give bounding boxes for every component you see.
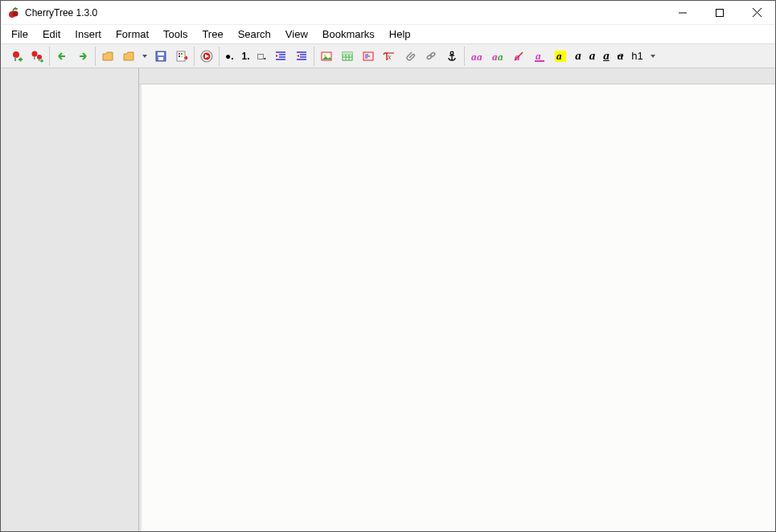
svg-point-1 <box>13 10 18 16</box>
open-folder-dropdown-button[interactable] <box>120 47 138 65</box>
app-icon <box>7 6 20 19</box>
svg-rect-22 <box>181 53 183 55</box>
insert-anchor-button[interactable] <box>443 47 461 65</box>
heading-dropdown-arrow-icon[interactable] <box>649 47 657 65</box>
main-panel <box>139 68 775 531</box>
svg-text:a: a <box>477 51 482 63</box>
insert-equation-button[interactable]: x <box>380 47 398 65</box>
background-color-button[interactable]: a <box>552 47 569 65</box>
paste-format-button[interactable]: aa <box>489 47 507 65</box>
insert-table-button[interactable] <box>339 47 356 65</box>
svg-rect-42 <box>343 52 352 55</box>
svg-text:a: a <box>498 51 503 63</box>
title-bar: CherryTree 1.3.0 <box>1 1 775 25</box>
svg-rect-12 <box>34 56 35 59</box>
menu-insert[interactable]: Insert <box>68 26 109 43</box>
italic-button[interactable]: a <box>587 47 598 65</box>
menu-edit[interactable]: Edit <box>35 26 68 43</box>
menu-bar: File Edit Insert Format Tools Tree Searc… <box>1 25 775 44</box>
menu-file[interactable]: File <box>4 26 35 43</box>
svg-rect-61 <box>535 60 544 62</box>
svg-text:a: a <box>556 50 562 62</box>
svg-rect-10 <box>20 57 22 61</box>
insert-image-button[interactable] <box>318 47 335 65</box>
svg-rect-8 <box>14 57 16 61</box>
add-subnode-button[interactable] <box>28 47 46 65</box>
svg-text:a: a <box>492 51 498 63</box>
svg-rect-18 <box>158 52 164 55</box>
window-controls <box>664 1 775 24</box>
add-node-button[interactable] <box>7 47 25 65</box>
copy-format-button[interactable]: aa <box>468 47 486 65</box>
svg-rect-4 <box>716 9 724 16</box>
editor-header <box>139 68 775 84</box>
heading-button[interactable]: h1 <box>629 47 645 65</box>
strikethrough-button[interactable]: a <box>615 47 626 65</box>
save-button[interactable] <box>152 47 170 65</box>
svg-rect-19 <box>158 57 163 60</box>
insert-file-button[interactable] <box>401 47 419 65</box>
open-folder-button[interactable] <box>99 47 117 65</box>
maximize-button[interactable] <box>701 1 738 24</box>
menu-help[interactable]: Help <box>382 26 418 43</box>
svg-rect-21 <box>179 53 180 55</box>
back-button[interactable] <box>53 47 71 65</box>
export-button[interactable] <box>173 47 191 65</box>
tree-sidebar[interactable] <box>1 68 139 531</box>
menu-format[interactable]: Format <box>109 26 156 43</box>
menu-view[interactable]: View <box>278 26 315 43</box>
insert-link-button[interactable] <box>422 47 440 65</box>
svg-text:a: a <box>536 50 541 62</box>
svg-point-50 <box>430 51 436 57</box>
bold-button[interactable]: a <box>573 47 584 65</box>
insert-codebox-button[interactable] <box>359 47 377 65</box>
svg-text:a: a <box>471 51 477 63</box>
decrease-indent-button[interactable] <box>293 47 310 65</box>
underline-button[interactable]: a <box>601 47 612 65</box>
editor-area[interactable] <box>139 84 775 531</box>
remove-format-button[interactable]: a <box>510 47 528 65</box>
open-dropdown-arrow-icon[interactable] <box>141 47 149 65</box>
toolbar: ●. 1. □. x aa <box>1 44 775 68</box>
svg-text:x: x <box>387 52 392 61</box>
minimize-button[interactable] <box>664 1 701 24</box>
svg-point-51 <box>450 51 454 55</box>
svg-rect-24 <box>181 55 183 57</box>
menu-bookmarks[interactable]: Bookmarks <box>315 26 382 43</box>
svg-rect-16 <box>41 59 43 62</box>
increase-indent-button[interactable] <box>272 47 289 65</box>
bullet-list-button[interactable]: ●. <box>223 47 236 65</box>
forward-button[interactable] <box>74 47 92 65</box>
svg-point-2 <box>14 7 18 9</box>
todo-list-button[interactable]: □. <box>256 47 269 65</box>
numbered-list-button[interactable]: 1. <box>240 47 253 65</box>
text-color-button[interactable]: a <box>531 47 548 65</box>
menu-tree[interactable]: Tree <box>195 26 230 43</box>
svg-rect-23 <box>179 55 180 57</box>
menu-tools[interactable]: Tools <box>156 26 195 43</box>
svg-point-7 <box>13 51 19 58</box>
close-button[interactable] <box>738 1 775 24</box>
menu-search[interactable]: Search <box>231 26 278 43</box>
content-area <box>1 68 775 531</box>
execute-code-button[interactable] <box>198 47 216 65</box>
svg-rect-14 <box>39 59 40 61</box>
window-title: CherryTree 1.3.0 <box>25 7 97 18</box>
svg-point-11 <box>32 51 38 56</box>
